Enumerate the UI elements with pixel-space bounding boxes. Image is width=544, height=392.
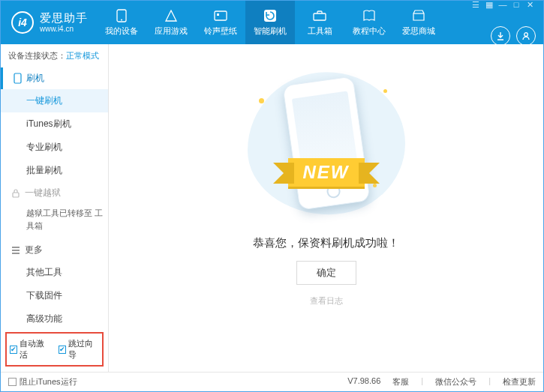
- sidebar-item-batch-flash[interactable]: 批量刷机: [1, 159, 108, 182]
- sidebar-item-pro-flash[interactable]: 专业刷机: [1, 136, 108, 159]
- book-icon: [362, 9, 376, 22]
- user-button[interactable]: [516, 26, 536, 46]
- close-icon[interactable]: ✕: [524, 0, 536, 10]
- header-right: ☰ ▦ — □ ✕: [470, 0, 536, 46]
- jailbreak-note: 越狱工具已转移至 工具箱: [1, 204, 108, 239]
- svg-rect-2: [215, 11, 227, 20]
- window-controls: ☰ ▦ — □ ✕: [470, 0, 536, 10]
- sidebar-item-itunes-flash[interactable]: iTunes刷机: [1, 112, 108, 136]
- section-more[interactable]: 更多: [1, 239, 108, 261]
- svg-rect-5: [314, 13, 326, 20]
- sidebar-item-advanced[interactable]: 高级功能: [1, 307, 108, 331]
- checkbox-skip-guide[interactable]: ✔跳过向导: [59, 338, 100, 361]
- footer: 阻止iTunes运行 V7.98.66 客服 | 微信公众号 | 检查更新: [1, 372, 543, 391]
- wechat-link[interactable]: 微信公众号: [435, 376, 476, 388]
- success-message: 恭喜您，保资料刷机成功啦！: [253, 236, 399, 250]
- nav-tutorials[interactable]: 教程中心: [344, 1, 394, 44]
- ok-button[interactable]: 确定: [296, 261, 356, 285]
- sidebar: 设备连接状态：正常模式 刷机 一键刷机 iTunes刷机 专业刷机 批量刷机 一…: [1, 44, 109, 372]
- sidebar-item-download-fw[interactable]: 下载固件: [1, 284, 108, 307]
- body: 设备连接状态：正常模式 刷机 一键刷机 iTunes刷机 专业刷机 批量刷机 一…: [1, 44, 543, 372]
- top-nav: 我的设备 应用游戏 铃声壁纸 智能刷机 工具箱 教程中心: [97, 1, 443, 44]
- nav-ringtones[interactable]: 铃声壁纸: [196, 1, 245, 44]
- menu-icon[interactable]: ☰: [470, 0, 482, 10]
- app-window: i4 爱思助手 www.i4.cn 我的设备 应用游戏 铃声壁纸 智能刷机: [0, 0, 544, 392]
- success-illustration: NEW: [236, 71, 416, 221]
- phone-icon: [115, 9, 128, 22]
- wallpaper-icon: [214, 9, 227, 22]
- refresh-icon: [263, 9, 277, 22]
- header: i4 爱思助手 www.i4.cn 我的设备 应用游戏 铃声壁纸 智能刷机: [1, 1, 543, 44]
- svg-point-6: [524, 32, 528, 36]
- main-content: NEW 恭喜您，保资料刷机成功啦！ 确定 查看日志: [109, 44, 543, 372]
- minimize-icon[interactable]: —: [497, 0, 509, 10]
- phone-icon: [14, 73, 22, 84]
- nav-toolbox[interactable]: 工具箱: [295, 1, 344, 44]
- svg-rect-8: [13, 193, 19, 197]
- nav-store[interactable]: 爱思商城: [394, 1, 443, 44]
- support-link[interactable]: 客服: [392, 376, 409, 388]
- checkbox-block-itunes[interactable]: 阻止iTunes运行: [8, 376, 77, 388]
- section-flash[interactable]: 刷机: [1, 67, 108, 89]
- section-jailbreak[interactable]: 一键越狱: [1, 182, 108, 204]
- svg-point-1: [121, 19, 122, 20]
- logo: i4 爱思助手 www.i4.cn: [11, 11, 88, 34]
- svg-rect-3: [217, 13, 219, 16]
- toolbox-icon: [313, 9, 326, 22]
- lock-icon[interactable]: ▦: [483, 0, 495, 10]
- download-button[interactable]: [491, 26, 510, 46]
- apps-icon: [164, 9, 178, 22]
- svg-rect-7: [14, 73, 21, 83]
- sidebar-item-other-tools[interactable]: 其他工具: [1, 261, 108, 284]
- flash-options: ✔自动激活 ✔跳过向导: [5, 332, 104, 367]
- sidebar-item-oneclick-flash[interactable]: 一键刷机: [1, 89, 108, 112]
- nav-apps[interactable]: 应用游戏: [146, 1, 196, 44]
- store-icon: [412, 9, 425, 22]
- list-icon: [11, 247, 20, 254]
- lock-icon: [11, 189, 20, 198]
- app-name: 爱思助手: [40, 12, 88, 25]
- maximize-icon[interactable]: □: [510, 0, 522, 10]
- check-update-link[interactable]: 检查更新: [503, 376, 536, 388]
- connection-status: 设备连接状态：正常模式: [1, 44, 108, 67]
- nav-my-device[interactable]: 我的设备: [97, 1, 146, 44]
- version-label: V7.98.66: [347, 376, 380, 388]
- logo-icon: i4: [11, 11, 34, 34]
- app-url: www.i4.cn: [40, 25, 88, 33]
- checkbox-auto-activate[interactable]: ✔自动激活: [10, 338, 51, 361]
- view-log-link[interactable]: 查看日志: [310, 295, 343, 307]
- new-ribbon: NEW: [288, 158, 365, 187]
- nav-flash[interactable]: 智能刷机: [245, 1, 295, 44]
